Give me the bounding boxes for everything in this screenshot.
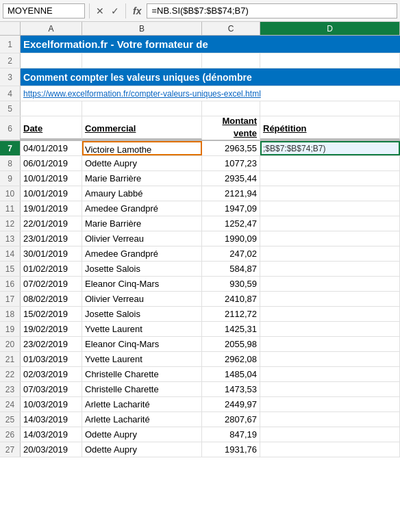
cell-22-b[interactable]: Christelle Charette xyxy=(82,367,202,381)
cell-5-a[interactable] xyxy=(21,101,82,116)
cell-26-a[interactable]: 14/03/2019 xyxy=(21,427,82,442)
cell-18-d[interactable] xyxy=(260,307,400,321)
cell-3-a[interactable]: Comment compter les valeurs uniques (dén… xyxy=(21,68,400,86)
col-header-a[interactable]: A xyxy=(21,22,82,35)
cell-12-b[interactable]: Marie Barrière xyxy=(82,216,202,231)
cell-13-b[interactable]: Olivier Verreau xyxy=(82,231,202,246)
cell-13-c[interactable]: 1990,09 xyxy=(202,231,260,246)
formula-input[interactable] xyxy=(147,3,397,18)
cell-11-c[interactable]: 1947,09 xyxy=(202,201,260,216)
cell-26-d[interactable] xyxy=(260,427,400,442)
cell-14-a[interactable]: 30/01/2019 xyxy=(21,246,82,261)
cell-26-b[interactable]: Odette Aupry xyxy=(82,427,202,442)
cell-18-b[interactable]: Josette Salois xyxy=(82,307,202,321)
cell-11-b[interactable]: Amedee Grandpré xyxy=(82,201,202,216)
cell-25-d[interactable] xyxy=(260,412,400,427)
cell-17-c[interactable]: 2410,87 xyxy=(202,292,260,306)
cell-20-d[interactable] xyxy=(260,337,400,351)
cell-9-c[interactable]: 2935,44 xyxy=(202,171,260,186)
cell-16-b[interactable]: Eleanor Cinq-Mars xyxy=(82,277,202,291)
cell-5-d[interactable] xyxy=(260,101,400,116)
cell-27-d[interactable] xyxy=(260,442,400,457)
cell-24-b[interactable]: Arlette Lacharité xyxy=(82,397,202,411)
cell-9-b[interactable]: Marie Barrière xyxy=(82,171,202,186)
cell-16-a[interactable]: 07/02/2019 xyxy=(21,277,82,291)
confirm-button[interactable]: ✓ xyxy=(109,5,121,16)
cell-26-c[interactable]: 847,19 xyxy=(202,427,260,442)
cell-11-a[interactable]: 19/01/2019 xyxy=(21,201,82,216)
cell-25-a[interactable]: 14/03/2019 xyxy=(21,412,82,427)
cell-24-c[interactable]: 2449,97 xyxy=(202,397,260,411)
col-header-c[interactable]: C xyxy=(202,22,260,35)
cell-17-b[interactable]: Olivier Verreau xyxy=(82,292,202,306)
cancel-button[interactable]: ✕ xyxy=(94,5,106,16)
cell-7-c[interactable]: 2963,55 xyxy=(202,141,260,155)
cell-6-commercial[interactable]: Commercial xyxy=(82,116,202,140)
cell-1-d[interactable] xyxy=(263,36,400,53)
cell-17-a[interactable]: 08/02/2019 xyxy=(21,292,82,306)
cell-4-link[interactable]: https://www.excelformation.fr/compter-va… xyxy=(21,86,400,101)
cell-6-repetition[interactable]: Répétition xyxy=(260,116,400,140)
name-box[interactable]: MOYENNE xyxy=(3,3,85,18)
cell-16-c[interactable]: 930,59 xyxy=(202,277,260,291)
cell-25-c[interactable]: 2807,67 xyxy=(202,412,260,427)
cell-10-a[interactable]: 10/01/2019 xyxy=(21,186,82,201)
cell-15-b[interactable]: Josette Salois xyxy=(82,262,202,276)
cell-22-d[interactable] xyxy=(260,367,400,381)
cell-11-d[interactable] xyxy=(260,201,400,216)
cell-9-d[interactable] xyxy=(260,171,400,186)
cell-8-a[interactable]: 06/01/2019 xyxy=(21,156,82,170)
cell-21-a[interactable]: 01/03/2019 xyxy=(21,352,82,366)
cell-27-b[interactable]: Odette Aupry xyxy=(82,442,202,457)
cell-16-d[interactable] xyxy=(260,277,400,291)
cell-18-a[interactable]: 15/02/2019 xyxy=(21,307,82,321)
cell-7-b[interactable]: Victoire Lamothe xyxy=(82,141,202,155)
cell-23-a[interactable]: 07/03/2019 xyxy=(21,382,82,396)
cell-19-a[interactable]: 19/02/2019 xyxy=(21,322,82,336)
cell-20-b[interactable]: Eleanor Cinq-Mars xyxy=(82,337,202,351)
cell-15-d[interactable] xyxy=(260,262,400,276)
cell-2-b[interactable] xyxy=(82,53,202,68)
cell-12-a[interactable]: 22/01/2019 xyxy=(21,216,82,231)
cell-22-c[interactable]: 1485,04 xyxy=(202,367,260,381)
cell-14-d[interactable] xyxy=(260,246,400,261)
cell-15-c[interactable]: 584,87 xyxy=(202,262,260,276)
cell-22-a[interactable]: 02/03/2019 xyxy=(21,367,82,381)
col-header-b[interactable]: B xyxy=(82,22,202,35)
cell-5-b[interactable] xyxy=(82,101,202,116)
cell-23-d[interactable] xyxy=(260,382,400,396)
cell-15-a[interactable]: 01/02/2019 xyxy=(21,262,82,276)
cell-6-montant[interactable]: Montant vente xyxy=(202,116,260,141)
cell-8-c[interactable]: 1077,23 xyxy=(202,156,260,170)
cell-2-d[interactable] xyxy=(260,53,400,68)
cell-5-c[interactable] xyxy=(202,101,260,116)
cell-23-c[interactable]: 1473,53 xyxy=(202,382,260,396)
cell-7-d[interactable]: ;$B$7:$B$74;B7) xyxy=(260,141,400,155)
cell-12-c[interactable]: 1252,47 xyxy=(202,216,260,231)
cell-18-c[interactable]: 2112,72 xyxy=(202,307,260,321)
cell-17-d[interactable] xyxy=(260,292,400,306)
cell-6-date[interactable]: Date xyxy=(21,116,82,140)
cell-12-d[interactable] xyxy=(260,216,400,231)
cell-19-c[interactable]: 1425,31 xyxy=(202,322,260,336)
cell-23-b[interactable]: Christelle Charette xyxy=(82,382,202,396)
cell-14-c[interactable]: 247,02 xyxy=(202,246,260,261)
cell-19-b[interactable]: Yvette Laurent xyxy=(82,322,202,336)
cell-2-a[interactable] xyxy=(21,53,82,68)
cell-21-c[interactable]: 2962,08 xyxy=(202,352,260,366)
cell-14-b[interactable]: Amedee Grandpré xyxy=(82,246,202,261)
cell-21-d[interactable] xyxy=(260,352,400,366)
cell-8-b[interactable]: Odette Aupry xyxy=(82,156,202,170)
cell-21-b[interactable]: Yvette Laurent xyxy=(82,352,202,366)
cell-13-d[interactable] xyxy=(260,231,400,246)
cell-1-a[interactable]: Excelformation.fr - Votre formateur de xyxy=(21,36,263,53)
cell-20-c[interactable]: 2055,98 xyxy=(202,337,260,351)
col-header-d[interactable]: D xyxy=(260,22,400,35)
cell-10-d[interactable] xyxy=(260,186,400,201)
cell-27-c[interactable]: 1931,76 xyxy=(202,442,260,457)
cell-9-a[interactable]: 10/01/2019 xyxy=(21,171,82,186)
cell-19-d[interactable] xyxy=(260,322,400,336)
cell-24-d[interactable] xyxy=(260,397,400,411)
cell-20-a[interactable]: 23/02/2019 xyxy=(21,337,82,351)
cell-24-a[interactable]: 10/03/2019 xyxy=(21,397,82,411)
